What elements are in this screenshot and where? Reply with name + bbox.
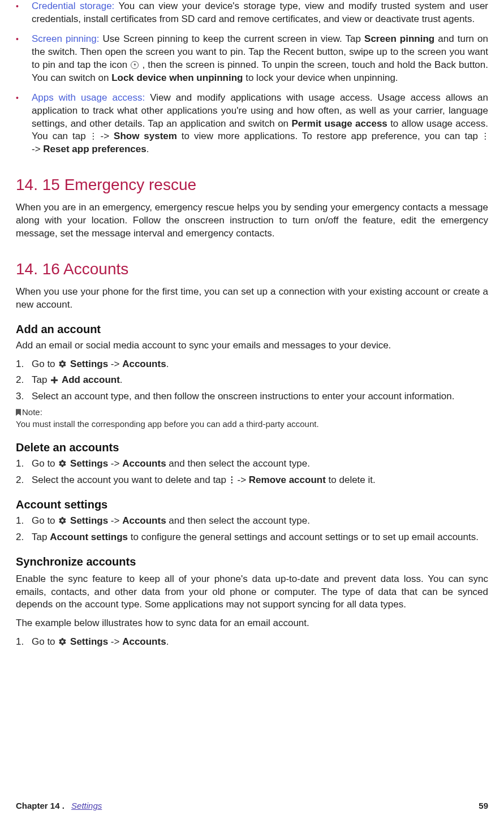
step-number: 3. — [16, 390, 32, 403]
step-number: 2. — [16, 531, 32, 544]
bold-reset-app-prefs: Reset app preferences — [43, 144, 146, 154]
settings-icon — [58, 360, 67, 368]
text: to configure the general settings and ac… — [128, 532, 479, 542]
settings-icon — [58, 459, 67, 468]
arrow: -> — [96, 131, 114, 141]
text: to view more applications. To restore ap… — [177, 131, 483, 141]
bold-show-system: Show system — [114, 131, 177, 141]
subheading-add-account: Add an account — [16, 322, 488, 337]
step-number: 1. — [16, 358, 32, 371]
settings-icon — [58, 516, 67, 525]
list-item: 1. Go to Settings -> Accounts and then s… — [16, 515, 488, 528]
bold-add-account: Add account — [62, 374, 120, 385]
bold-accounts: Accounts — [122, 515, 166, 526]
text: and then select the account type. — [166, 515, 310, 526]
accounts-intro: When you use your phone for the first ti… — [16, 286, 488, 312]
emergency-rescue-body: When you are in an emergency, emergency … — [16, 201, 488, 240]
add-account-lead: Add an email or social media account to … — [16, 339, 488, 352]
bullet-marker: • — [16, 0, 32, 12]
step-number: 1. — [16, 636, 32, 649]
subheading-delete-account: Delete an accounts — [16, 440, 488, 455]
settings-icon — [58, 637, 67, 646]
footer-link-settings[interactable]: Settings — [71, 801, 102, 810]
text: -> — [108, 515, 122, 526]
step-content: Select the account you want to delete an… — [32, 474, 376, 487]
list-item: 1. Go to Settings -> Accounts and then s… — [16, 458, 488, 471]
list-item: 2. Select the account you want to delete… — [16, 474, 488, 487]
topic-label: Screen pinning: — [32, 33, 100, 44]
sync-body-1: Enable the sync feature to keep all of y… — [16, 573, 488, 612]
text: Go to — [32, 515, 58, 526]
add-account-steps: 1. Go to Settings -> Accounts. 2. Tap Ad… — [16, 358, 488, 404]
more-vert-icon — [483, 132, 488, 140]
sync-body-2: The example below illustrates how to syn… — [16, 617, 488, 630]
topic-label: Apps with usage access: — [32, 92, 145, 103]
text: . — [166, 359, 169, 369]
bold-settings: Settings — [70, 636, 108, 647]
bullet-marker: • — [16, 92, 32, 104]
text: Tap — [32, 374, 50, 385]
step-content: Tap Account settings to configure the ge… — [32, 531, 479, 544]
text: -> — [108, 636, 122, 647]
list-item: 2. Tap Add account. — [16, 374, 488, 387]
plus-icon — [50, 376, 58, 384]
text: Go to — [32, 458, 58, 469]
bold-account-settings: Account settings — [50, 532, 128, 542]
text: Go to — [32, 636, 58, 647]
bold-settings: Settings — [70, 515, 108, 526]
bold-settings: Settings — [70, 359, 108, 369]
text: -> — [108, 359, 122, 369]
step-content: Select an account type, and then follow … — [32, 390, 455, 403]
sync-steps: 1. Go to Settings -> Accounts. — [16, 636, 488, 649]
text: to lock your device when unpinning. — [243, 72, 398, 83]
text: Go to — [32, 359, 58, 369]
list-item: 2. Tap Account settings to configure the… — [16, 531, 488, 544]
footer-chapter: Chapter 14 . — [16, 801, 64, 810]
text: Select the account you want to delete an… — [32, 474, 229, 485]
bullet-credential-storage: • Credential storage: You can view your … — [16, 0, 488, 26]
text: Use Screen pinning to keep the current s… — [100, 33, 365, 44]
heading-accounts: 14. 16 Accounts — [16, 258, 488, 280]
step-content: Go to Settings -> Accounts. — [32, 358, 169, 371]
subheading-sync-accounts: Synchronize accounts — [16, 554, 488, 570]
bullet-content: Credential storage: You can view your de… — [32, 0, 488, 26]
step-number: 2. — [16, 474, 32, 487]
list-item: 1. Go to Settings -> Accounts. — [16, 636, 488, 649]
text: to delete it. — [326, 474, 376, 485]
text: . — [166, 636, 169, 647]
bold-settings: Settings — [70, 458, 108, 469]
bullet-screen-pinning: • Screen pinning: Use Screen pinning to … — [16, 33, 488, 85]
more-vert-icon — [230, 476, 234, 484]
bold-accounts: Accounts — [122, 458, 166, 469]
bullet-content: Apps with usage access: View and modify … — [32, 92, 488, 157]
text: . — [147, 144, 149, 154]
topic-label: Credential storage: — [32, 1, 114, 11]
pin-icon — [131, 61, 139, 69]
bullet-apps-usage-access: • Apps with usage access: View and modif… — [16, 92, 488, 157]
list-item: 1. Go to Settings -> Accounts. — [16, 358, 488, 371]
text: Tap — [32, 532, 50, 542]
bold-lock-device: Lock device when unpinning — [111, 72, 243, 83]
text: -> — [235, 474, 249, 485]
step-content: Go to Settings -> Accounts. — [32, 636, 169, 649]
security-bullet-list: • Credential storage: You can view your … — [16, 0, 488, 156]
text: . — [120, 374, 123, 385]
bullet-content: Screen pinning: Use Screen pinning to ke… — [32, 33, 488, 85]
page-footer: Chapter 14 . Settings 59 — [16, 800, 488, 812]
footer-page-number: 59 — [479, 800, 488, 812]
footer-left: Chapter 14 . Settings — [16, 800, 102, 812]
text: -> — [108, 458, 122, 469]
list-item: 3. Select an account type, and then foll… — [16, 390, 488, 403]
text: and then select the account type. — [166, 458, 310, 469]
bookmark-icon — [16, 409, 21, 416]
step-content: Go to Settings -> Accounts and then sele… — [32, 458, 310, 471]
heading-emergency-rescue: 14. 15 Emergency rescue — [16, 174, 488, 196]
delete-account-steps: 1. Go to Settings -> Accounts and then s… — [16, 458, 488, 487]
step-number: 1. — [16, 458, 32, 471]
step-content: Tap Add account. — [32, 374, 123, 387]
arrow: -> — [32, 144, 43, 154]
note-text: You must install the corresponding app b… — [16, 419, 488, 430]
bold-permit-usage: Permit usage access — [291, 118, 387, 129]
note-label: Note: — [16, 407, 488, 418]
note-label-text: Note: — [22, 407, 42, 417]
